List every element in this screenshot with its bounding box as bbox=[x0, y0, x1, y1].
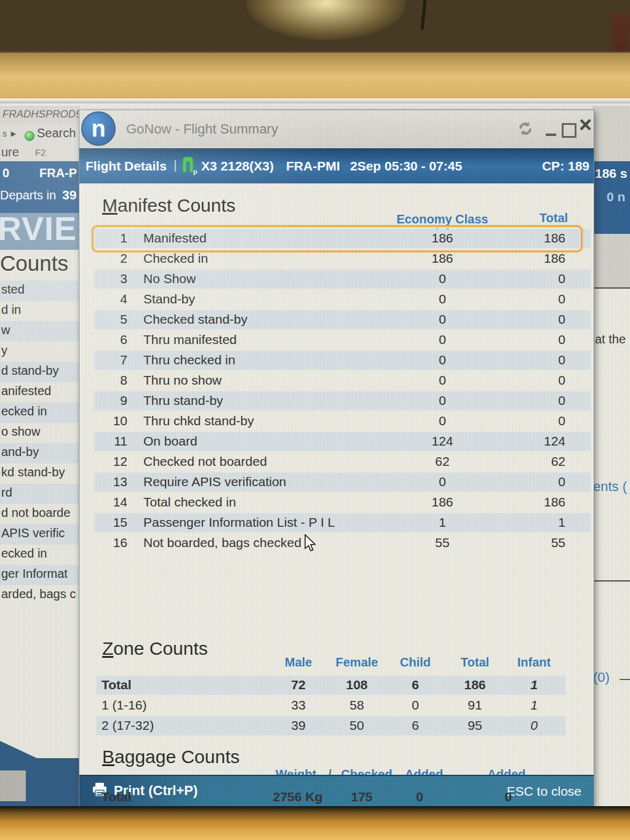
ents-partial: ents ( bbox=[593, 479, 627, 495]
overview-watermark: RVIE bbox=[0, 213, 80, 250]
right-strip-gray2 bbox=[592, 234, 630, 287]
background-toolbar: s ► Search ure F2 bbox=[0, 124, 80, 161]
table-row: 11On board124124 bbox=[79, 431, 594, 452]
table-row: 5Checked stand-by00 bbox=[79, 310, 594, 330]
flight-band-partial: 0 bbox=[2, 166, 9, 180]
flight-band-route-partial: FRA-P bbox=[39, 166, 77, 180]
cable-reflection bbox=[421, 0, 427, 30]
list-item: w bbox=[0, 321, 80, 342]
list-item: sted bbox=[0, 281, 80, 301]
dash-partial: — bbox=[620, 671, 630, 687]
ceiling-light-reflection bbox=[246, 0, 406, 40]
selection-highlight bbox=[92, 225, 583, 252]
screen-edge-strip bbox=[0, 98, 630, 103]
list-item: APIS verific bbox=[0, 524, 80, 545]
table-row: 13Require APIS verification00 bbox=[79, 472, 594, 492]
background-counts-heading: Counts bbox=[0, 251, 68, 276]
environment-label: FRADHSPROD5 bbox=[0, 106, 80, 124]
table-row: 9Thru stand-by00 bbox=[79, 391, 594, 411]
flight-number: X3 2128(X3) bbox=[201, 159, 274, 174]
separator: | bbox=[173, 158, 177, 172]
list-item: y bbox=[0, 342, 80, 362]
right-strip-content bbox=[592, 289, 630, 806]
baggage-counts-heading: Baggage Counts bbox=[102, 746, 240, 767]
list-item: anifested bbox=[0, 382, 80, 402]
table-row: 12Checked not boarded6262 bbox=[79, 452, 594, 472]
maximize-button[interactable] bbox=[562, 123, 576, 138]
refresh-button[interactable] bbox=[517, 121, 533, 137]
flight-datetime: 2Sep 05:30 - 07:45 bbox=[350, 159, 462, 174]
minimize-button[interactable] bbox=[546, 134, 556, 136]
flight-summary-dialog: n GoNow - Flight Summary × Flight Detail… bbox=[79, 110, 594, 806]
table-row: 3No Show00 bbox=[79, 269, 594, 289]
background-right-strip: 186 s 0 n at the ents ( (0) — bbox=[592, 103, 630, 806]
zone-counts-heading: Zone Counts bbox=[102, 638, 208, 659]
table-row: 14Total checked in186186 bbox=[79, 492, 594, 513]
flight-details-label: Flight Details bbox=[86, 159, 167, 174]
table-row: 16Not boarded, bags checked5555 bbox=[79, 533, 594, 553]
table-row: 6Thru manifested00 bbox=[79, 330, 594, 350]
status-bar-button[interactable] bbox=[0, 770, 26, 801]
zero-paren-partial: (0) bbox=[593, 670, 610, 686]
table-row: 10Thru chkd stand-by00 bbox=[79, 411, 594, 431]
gonow-logo-icon: n bbox=[81, 111, 116, 146]
list-item: ger Informat bbox=[0, 565, 80, 585]
list-item: arded, bags c bbox=[0, 585, 80, 606]
monitor-bezel-bottom bbox=[0, 806, 630, 840]
toolbar-partial-text: s ► bbox=[2, 129, 18, 138]
monitor-bezel-top: ∞ FUJITSU bbox=[0, 52, 630, 105]
monitor-photo: ∞ FUJITSU FRADHSPROD5 s ► Search ure F2 … bbox=[0, 0, 630, 840]
background-manifest-list: sted d in w y d stand-by anifested ecked… bbox=[0, 281, 80, 606]
list-item: ecked in bbox=[0, 545, 80, 565]
svg-text:P: P bbox=[193, 170, 197, 176]
departs-in-label: Departs in bbox=[0, 188, 56, 202]
gate-icon: P bbox=[180, 155, 197, 179]
dialog-content: Manifest Counts Economy Class (Y) Total … bbox=[79, 183, 594, 775]
table-row: Total7210861861 bbox=[79, 675, 594, 695]
toolbar-partial-ure: ure bbox=[1, 145, 19, 159]
flight-route: FRA-PMI bbox=[286, 159, 340, 174]
close-button[interactable]: × bbox=[579, 114, 592, 136]
seats-partial: 186 s bbox=[595, 166, 628, 181]
manifest-table: 1Manifested186186 2Checked in186186 3No … bbox=[79, 228, 594, 553]
column-header-infant: Infant bbox=[506, 655, 562, 670]
mouse-cursor bbox=[303, 534, 316, 555]
flight-details-bar: Flight Details | P X3 2128(X3) FRA-PMI 2… bbox=[79, 148, 594, 183]
background-wedge-shape bbox=[0, 741, 37, 758]
table-row: 7Thru checked in00 bbox=[79, 350, 594, 370]
column-header-male: Male bbox=[271, 655, 326, 670]
departs-in-value: 39 bbox=[62, 188, 76, 202]
column-header-child: Child bbox=[388, 655, 443, 670]
screen: FRADHSPROD5 s ► Search ure F2 0 FRA-P De… bbox=[0, 103, 630, 806]
divider-line bbox=[592, 580, 630, 582]
at-the-partial: at the bbox=[595, 332, 626, 346]
dialog-title-bar: n GoNow - Flight Summary × bbox=[79, 110, 594, 148]
table-row: 8Thru no show00 bbox=[79, 370, 594, 391]
table-row: 2 (17-32)39506950 bbox=[79, 716, 594, 736]
column-header-total: Total bbox=[526, 211, 581, 225]
capacity-label: CP: 189 bbox=[542, 159, 589, 174]
list-item: o show bbox=[0, 423, 80, 443]
column-header-zone-total: Total bbox=[447, 655, 503, 670]
right-strip-blue-panel: 186 s 0 n bbox=[592, 161, 630, 234]
list-item: rd bbox=[0, 484, 80, 504]
table-row-selected: 1Manifested186186 bbox=[79, 228, 594, 249]
list-item: kd stand-by bbox=[0, 463, 80, 484]
search-shortcut-label: F2 bbox=[35, 147, 46, 158]
right-strip-gray bbox=[592, 106, 630, 161]
list-item: ecked in bbox=[0, 402, 80, 423]
zero-partial: 0 n bbox=[607, 190, 625, 204]
list-item: d in bbox=[0, 301, 80, 321]
dialog-title: GoNow - Flight Summary bbox=[126, 121, 278, 137]
list-item: d stand-by bbox=[0, 362, 80, 382]
manifest-counts-heading: Manifest Counts bbox=[102, 195, 236, 216]
list-item: d not boarde bbox=[0, 504, 80, 524]
table-row: 15Passenger Information List - P I L11 bbox=[79, 513, 594, 533]
column-header-female: Female bbox=[329, 655, 385, 670]
background-status-bar bbox=[0, 758, 80, 806]
zone-table: Total7210861861 1 (1-16)33580911 2 (17-3… bbox=[79, 675, 594, 736]
list-item: and-by bbox=[0, 443, 80, 463]
table-row: 4Stand-by00 bbox=[79, 289, 594, 310]
background-flight-band: 0 FRA-P Departs in 39 bbox=[0, 161, 80, 213]
table-row: 1 (1-16)33580911 bbox=[79, 695, 594, 716]
